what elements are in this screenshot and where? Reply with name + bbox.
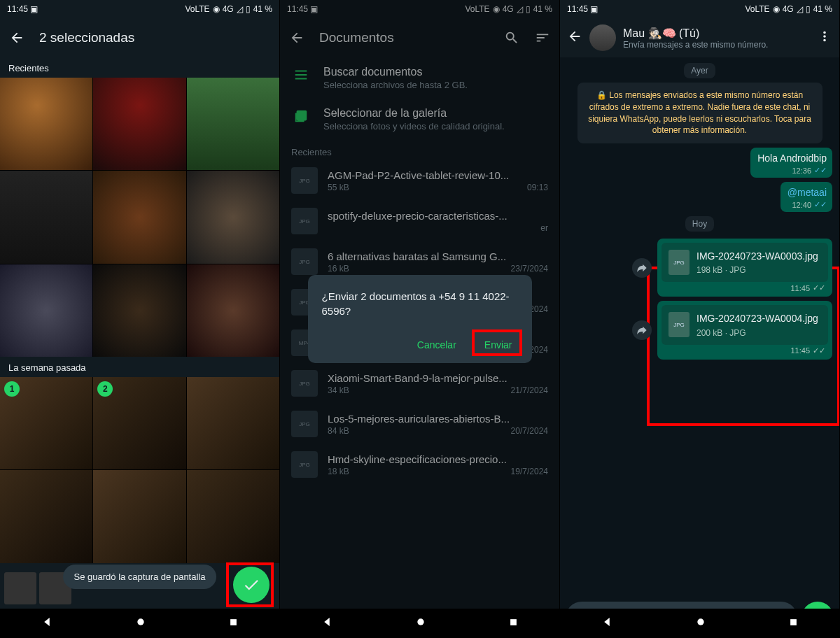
message-time: 11:45 bbox=[790, 284, 810, 292]
send-confirm-dialog: ¿Enviar 2 documentos a +54 9 11 4022-659… bbox=[308, 275, 532, 363]
file-meta: 200 kB · JPG bbox=[696, 328, 818, 338]
read-ticks-icon: ✓✓ bbox=[813, 346, 825, 355]
nav-back[interactable] bbox=[601, 616, 613, 631]
file-type-icon: JPG bbox=[668, 250, 690, 275]
gallery-thumb-selected[interactable]: 2 bbox=[93, 377, 186, 469]
android-navbar bbox=[560, 609, 839, 638]
back-button[interactable] bbox=[567, 29, 582, 47]
gallery-thumb[interactable] bbox=[187, 377, 279, 469]
gallery-thumb[interactable] bbox=[93, 264, 186, 357]
gallery-thumb[interactable] bbox=[0, 171, 92, 263]
volte-indicator: VoLTE bbox=[745, 4, 769, 14]
signal-icon: ◿ bbox=[797, 4, 803, 14]
file-message-bubble[interactable]: JPG IMG-20240723-WA0004.jpg 200 kB · JPG… bbox=[657, 301, 832, 359]
net-indicator: 4G bbox=[223, 4, 234, 14]
file-type-icon: JPG bbox=[668, 312, 690, 337]
contact-name: Mau 🕵🏻🧠 (Tú) bbox=[623, 27, 810, 40]
dialog-message: ¿Enviar 2 documentos a +54 9 11 4022-659… bbox=[322, 289, 518, 318]
battery-percent: 41 % bbox=[813, 4, 832, 14]
highlight-box bbox=[226, 562, 274, 607]
gallery-selection-screen: 11:45 ▣ VoLTE ◉ 4G ◿ ▯ 41 % 2 selecciona… bbox=[0, 0, 280, 638]
file-message-bubble[interactable]: JPG IMG-20240723-WA0003.jpg 198 kB · JPG… bbox=[657, 239, 832, 297]
selection-header: 2 seleccionadas bbox=[0, 18, 279, 57]
message-time: 12:40 bbox=[792, 201, 811, 209]
highlight-box bbox=[472, 329, 522, 356]
nav-home[interactable] bbox=[135, 616, 146, 630]
gallery-thumb[interactable] bbox=[0, 78, 92, 170]
gallery-thumb[interactable] bbox=[187, 470, 279, 562]
message-bubble[interactable]: Hola Androidbip 12:36✓✓ bbox=[750, 148, 832, 178]
file-name: IMG-20240723-WA0003.jpg bbox=[696, 250, 818, 262]
chat-header: Mau 🕵🏻🧠 (Tú) Envía mensajes a este mismo… bbox=[560, 18, 839, 57]
date-chip: Hoy bbox=[685, 216, 714, 232]
gallery-thumb[interactable] bbox=[93, 78, 186, 170]
chat-body[interactable]: Ayer 🔒 Los mensajes enviados a este mism… bbox=[560, 57, 839, 597]
gallery-thumb[interactable] bbox=[187, 264, 279, 357]
lastweek-grid: 1 2 bbox=[0, 377, 279, 563]
status-bar: 11:45 ▣ VoLTE ◉ 4G ◿ ▯ 41 % bbox=[0, 0, 279, 18]
forward-icon[interactable] bbox=[632, 320, 652, 340]
nav-recents[interactable] bbox=[508, 617, 519, 630]
gallery-thumb[interactable] bbox=[0, 264, 92, 357]
svg-point-0 bbox=[137, 618, 144, 625]
nav-home[interactable] bbox=[695, 616, 706, 630]
svg-point-4 bbox=[697, 618, 704, 625]
battery-icon: ▯ bbox=[246, 4, 251, 14]
gallery-thumb[interactable] bbox=[187, 171, 279, 263]
android-navbar bbox=[0, 609, 279, 638]
avatar[interactable] bbox=[589, 24, 616, 51]
battery-icon: ▯ bbox=[806, 4, 811, 14]
wifi-icon: ◉ bbox=[773, 4, 780, 14]
file-name: IMG-20240723-WA0004.jpg bbox=[696, 312, 818, 325]
nav-back[interactable] bbox=[41, 616, 53, 631]
gallery-thumb[interactable] bbox=[93, 470, 186, 562]
more-menu-button[interactable] bbox=[817, 29, 832, 47]
android-navbar bbox=[280, 609, 559, 638]
selection-title: 2 seleccionadas bbox=[39, 30, 271, 45]
gallery-thumb[interactable] bbox=[93, 171, 186, 263]
message-time: 12:36 bbox=[792, 166, 811, 175]
file-meta: 198 kB · JPG bbox=[696, 265, 818, 275]
gallery-thumb[interactable] bbox=[187, 78, 279, 170]
screenshot-indicator-icon: ▣ bbox=[590, 4, 598, 14]
nav-home[interactable] bbox=[415, 616, 426, 630]
encryption-notice[interactable]: 🔒 Los mensajes enviados a este mismo núm… bbox=[578, 83, 822, 143]
svg-rect-5 bbox=[790, 619, 797, 625]
gallery-thumb[interactable] bbox=[0, 470, 92, 562]
section-recent: Recientes bbox=[0, 57, 279, 78]
chat-screen: 11:45 ▣ VoLTE ◉ 4G ◿ ▯ 41 % Mau 🕵🏻🧠 (Tú)… bbox=[560, 0, 840, 638]
read-ticks-icon: ✓✓ bbox=[813, 283, 825, 292]
wifi-icon: ◉ bbox=[213, 4, 220, 14]
screenshot-toast: Se guardó la captura de pantalla bbox=[63, 565, 217, 589]
gallery-thumb-selected[interactable]: 1 bbox=[0, 377, 92, 469]
svg-rect-3 bbox=[510, 619, 517, 625]
documents-screen: 11:45 ▣ VoLTE ◉ 4G ◿ ▯ 41 % Documentos B… bbox=[280, 0, 560, 638]
section-lastweek: La semana pasada bbox=[0, 357, 279, 377]
status-bar: 11:45 ▣ VoLTE ◉ 4G ◿ ▯ 41 % bbox=[560, 0, 839, 18]
back-button[interactable] bbox=[8, 29, 25, 46]
status-time: 11:45 bbox=[7, 4, 28, 14]
file-attachments-group: JPG IMG-20240723-WA0003.jpg 198 kB · JPG… bbox=[567, 239, 832, 359]
message-text: Hola Androidbip bbox=[757, 153, 827, 164]
message-text: @metaai bbox=[788, 187, 827, 198]
signal-icon: ◿ bbox=[237, 4, 243, 14]
volte-indicator: VoLTE bbox=[185, 4, 209, 14]
svg-point-2 bbox=[417, 618, 424, 625]
forward-icon[interactable] bbox=[632, 258, 652, 278]
dialog-cancel-button[interactable]: Cancelar bbox=[412, 335, 462, 355]
read-ticks-icon: ✓✓ bbox=[814, 200, 827, 209]
selected-thumb[interactable] bbox=[4, 572, 36, 604]
message-bubble[interactable]: @metaai 12:40✓✓ bbox=[780, 182, 832, 212]
recent-grid bbox=[0, 78, 279, 357]
nav-recents[interactable] bbox=[788, 617, 799, 630]
net-indicator: 4G bbox=[783, 4, 794, 14]
screenshot-indicator-icon: ▣ bbox=[30, 4, 38, 14]
date-chip: Ayer bbox=[684, 63, 715, 78]
battery-percent: 41 % bbox=[253, 4, 272, 14]
read-ticks-icon: ✓✓ bbox=[814, 166, 827, 175]
contact-info[interactable]: Mau 🕵🏻🧠 (Tú) Envía mensajes a este mismo… bbox=[623, 27, 810, 50]
message-time: 11:45 bbox=[790, 346, 810, 355]
nav-back[interactable] bbox=[321, 616, 333, 631]
contact-sub: Envía mensajes a este mismo número. bbox=[623, 40, 810, 50]
nav-recents[interactable] bbox=[228, 617, 239, 630]
